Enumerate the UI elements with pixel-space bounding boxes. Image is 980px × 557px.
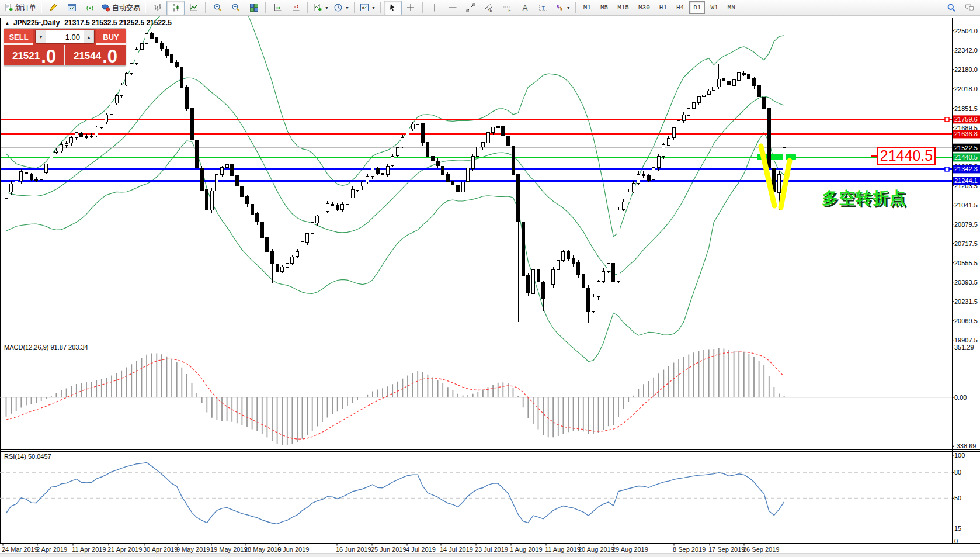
autotrading-button[interactable]: 自动交易: [99, 1, 143, 15]
trendline-button[interactable]: [462, 1, 480, 15]
tile-windows-button[interactable]: [245, 1, 263, 15]
volume-increase-button[interactable]: ▲: [84, 30, 94, 44]
clock-icon: [333, 3, 343, 12]
fibonacci-button[interactable]: F: [498, 1, 516, 15]
dropdown-caret-icon[interactable]: ▼: [325, 6, 329, 10]
search-button[interactable]: [942, 1, 960, 15]
styler-button[interactable]: [44, 1, 62, 15]
vertical-line-button[interactable]: [426, 1, 444, 15]
auto-scroll-button[interactable]: [269, 1, 287, 15]
crosshair-button[interactable]: [402, 1, 420, 15]
tile-windows-icon: [249, 3, 259, 12]
search-icon: [947, 3, 956, 12]
svg-text:T: T: [542, 5, 545, 11]
buy-price-pips: .0: [102, 49, 117, 64]
sell-button[interactable]: SELL: [4, 29, 33, 45]
timeframe-mn-button[interactable]: MN: [724, 1, 739, 14]
text-icon: A: [520, 3, 530, 12]
svg-text:21759.6: 21759.6: [954, 116, 978, 123]
date-tick-label: 11 Aug 2019: [545, 546, 581, 553]
timeframe-d1-button[interactable]: D1: [689, 1, 705, 14]
zoom-out-button[interactable]: [227, 1, 245, 15]
timeframe-w1-button[interactable]: W1: [706, 1, 722, 14]
svg-text:21636.8: 21636.8: [954, 130, 978, 137]
dropdown-caret-icon[interactable]: ▼: [371, 6, 376, 10]
chat-button[interactable]: [960, 1, 978, 15]
date-tick-label: 19 May 2019: [210, 546, 248, 553]
toolbar-separator: [145, 2, 146, 13]
turning-point-annotation: 多空转折点: [822, 187, 906, 209]
candles-down: [25, 34, 776, 312]
text-button[interactable]: A: [516, 1, 534, 15]
toolbar-separator: [380, 2, 381, 13]
rsi-indicator-label: RSI(14) 50.0457: [4, 453, 51, 460]
arrows-button[interactable]: ▼: [552, 1, 573, 15]
svg-text:21244.1: 21244.1: [954, 177, 978, 184]
crosshair-icon: [406, 3, 415, 12]
bar-chart-button[interactable]: [148, 1, 166, 15]
label-icon: T: [538, 3, 548, 12]
sell-price[interactable]: 21521 .0: [4, 45, 64, 65]
candlestick-icon: [171, 3, 180, 12]
new-order-button[interactable]: 新订单: [2, 1, 39, 15]
svg-text:20069.5: 20069.5: [954, 317, 978, 324]
dropdown-caret-icon[interactable]: ▼: [345, 6, 349, 10]
horizontal-line-button[interactable]: [444, 1, 462, 15]
date-tick-label: 24 Mar 2019: [2, 546, 38, 553]
zoom-out-icon: [231, 3, 241, 12]
date-tick-label: 6 Jun 2019: [277, 546, 309, 553]
new-chart-button[interactable]: [62, 1, 81, 15]
line-chart-button[interactable]: [185, 1, 203, 15]
svg-text:20393.5: 20393.5: [954, 279, 978, 286]
indicators-button[interactable]: ▼: [311, 1, 331, 15]
date-tick-label: 26 Sep 2019: [743, 546, 779, 553]
macd-indicator-label: MACD(12,26,9) 91.87 203.34: [4, 344, 88, 351]
date-tick-label: 21 Apr 2019: [107, 546, 142, 553]
candlestick-chart-button[interactable]: [166, 1, 185, 15]
macd-signal-line: [6, 352, 784, 439]
svg-text:21440.5: 21440.5: [954, 154, 978, 161]
svg-text:20555.5: 20555.5: [954, 260, 978, 267]
cursor-icon: [388, 3, 397, 12]
timeframe-m1-button[interactable]: M1: [579, 1, 595, 14]
chart-shift-button[interactable]: [287, 1, 305, 15]
toolbar-separator: [307, 2, 308, 13]
svg-text:80: 80: [954, 469, 961, 476]
signal-icon: [85, 3, 95, 12]
chat-icon: [965, 3, 974, 12]
timeframe-m15-button[interactable]: M15: [613, 1, 633, 14]
price-chart-canvas[interactable]: 22504.022342.022180.022018.021851.521689…: [0, 16, 980, 557]
svg-text:21851.5: 21851.5: [954, 105, 978, 112]
svg-text:22504.0: 22504.0: [954, 27, 978, 34]
text-label-button[interactable]: T: [534, 1, 552, 15]
svg-text:0.00: 0.00: [954, 394, 967, 401]
candle-wicks: [6, 27, 784, 323]
timeframe-m5-button[interactable]: M5: [596, 1, 612, 14]
date-tick-label: 11 Apr 2019: [72, 546, 106, 553]
toolbar-separator: [354, 2, 355, 13]
collapse-trade-panel-button[interactable]: ▲: [5, 20, 10, 26]
svg-text:-338.69: -338.69: [954, 442, 976, 449]
periods-button[interactable]: ▼: [331, 1, 352, 15]
cursor-button[interactable]: [384, 1, 402, 15]
timeframe-h4-button[interactable]: H4: [672, 1, 688, 14]
equidistant-channel-button[interactable]: E: [480, 1, 498, 15]
svg-text:15: 15: [954, 525, 961, 532]
svg-text:19907.5: 19907.5: [954, 337, 978, 344]
volume-decrease-button[interactable]: ▼: [36, 30, 46, 44]
chart-shift-icon: [291, 3, 301, 12]
zoom-in-button[interactable]: [208, 1, 227, 15]
signals-button[interactable]: [81, 1, 99, 15]
templates-button[interactable]: ▼: [357, 1, 378, 15]
timeframe-m30-button[interactable]: M30: [634, 1, 654, 14]
crayon-icon: [49, 3, 58, 12]
timeframe-h1-button[interactable]: H1: [655, 1, 671, 14]
buy-button[interactable]: BUY: [96, 29, 126, 45]
dropdown-caret-icon[interactable]: ▼: [567, 6, 571, 10]
buy-price[interactable]: 21544 .0: [64, 45, 126, 65]
volume-value[interactable]: 1.00: [46, 33, 84, 41]
svg-text:100: 100: [954, 452, 965, 459]
date-tick-label: 28 May 2019: [244, 546, 282, 553]
trade-panel-prices: 21521 .0 21544 .0: [4, 45, 126, 65]
svg-text:351.29: 351.29: [954, 344, 974, 351]
